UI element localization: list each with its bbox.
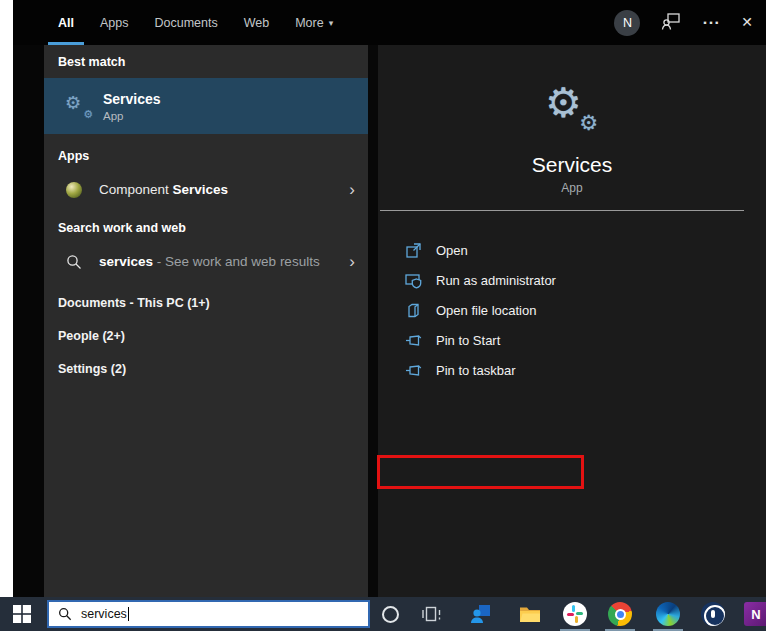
panel-divider-gap [368, 45, 378, 597]
preview-panel: ⚙ ⚙ Services App Open Run as administrat… [378, 45, 766, 597]
close-icon[interactable]: ✕ [741, 0, 753, 45]
taskbar-icon-cortana[interactable] [378, 602, 402, 626]
best-match-subtitle: App [103, 110, 161, 122]
start-button[interactable] [0, 597, 44, 631]
preview-divider [380, 210, 744, 211]
chrome-icon [608, 602, 632, 626]
result-component-services[interactable]: Component Services › [44, 173, 368, 206]
services-gears-icon-large: ⚙ ⚙ [543, 83, 601, 131]
avatar-letter: N [623, 16, 632, 30]
left-black-rail [13, 45, 44, 597]
chevron-right-icon[interactable]: › [349, 253, 355, 270]
tab-more[interactable]: More ▾ [295, 0, 333, 45]
taskbar-icon-file-explorer[interactable] [518, 602, 542, 626]
apps-section-header: Apps [44, 134, 368, 173]
search-web-label: services - See work and web results [99, 254, 320, 269]
group-settings[interactable]: Settings (2) [44, 352, 368, 385]
user-avatar[interactable]: N [614, 10, 640, 36]
open-icon [405, 242, 422, 259]
action-run-as-administrator[interactable]: Run as administrator [378, 265, 766, 295]
component-services-icon [65, 181, 83, 199]
search-web-section-header: Search work and web [44, 206, 368, 245]
best-match-header: Best match [44, 45, 368, 78]
search-top-bar: All Apps Documents Web More ▾ N ··· ✕ [13, 0, 766, 45]
action-pin-to-taskbar[interactable]: Pin to taskbar [378, 355, 766, 385]
1password-icon [701, 602, 725, 626]
tab-all-label: All [58, 16, 74, 30]
component-services-label: Component Services [99, 182, 228, 197]
run-as-admin-highlight-box [377, 455, 584, 489]
best-match-title: Services [103, 91, 161, 107]
action-open[interactable]: Open [378, 235, 766, 265]
taskbar-icon-chrome[interactable] [608, 602, 632, 626]
edge-icon [656, 602, 680, 626]
windows-search-screen: All Apps Documents Web More ▾ N ··· ✕ [0, 0, 766, 631]
text-cursor [128, 607, 129, 621]
people-icon [469, 602, 493, 626]
windows-logo-icon [13, 605, 31, 623]
slack-icon [563, 602, 587, 626]
preview-title: Services [378, 152, 766, 178]
taskbar-icon-people[interactable] [469, 602, 493, 626]
preview-actions: Open Run as administrator Open file loca… [378, 235, 766, 385]
spacer [44, 278, 368, 286]
tab-more-label: More [295, 16, 323, 30]
group-people[interactable]: People (2+) [44, 319, 368, 352]
group-documents[interactable]: Documents - This PC (1+) [44, 286, 368, 319]
taskbar-icon-onenote[interactable]: N [744, 602, 766, 626]
tab-documents-label: Documents [154, 16, 217, 30]
taskbar-icon-task-view[interactable] [419, 602, 443, 626]
taskbar-icon-slack[interactable] [563, 602, 587, 626]
action-open-file-location[interactable]: Open file location [378, 295, 766, 325]
file-location-icon [405, 302, 422, 319]
pin-icon [405, 332, 422, 349]
best-match-text: Services App [103, 91, 161, 122]
services-gears-icon: ⚙ ⚙ [65, 93, 91, 119]
header-icons: N ··· ✕ [614, 0, 753, 45]
chevron-right-icon[interactable]: › [349, 181, 355, 198]
search-icon [58, 607, 72, 621]
more-options-icon[interactable]: ··· [702, 0, 720, 45]
action-pin-to-start-label: Pin to Start [436, 333, 500, 348]
file-explorer-icon [518, 602, 542, 626]
run-as-admin-icon [405, 272, 422, 289]
cortana-icon [382, 606, 399, 623]
tab-all[interactable]: All [58, 0, 74, 45]
task-view-icon [420, 603, 442, 625]
taskbar-icon-1password[interactable] [701, 602, 725, 626]
action-open-file-location-label: Open file location [436, 303, 536, 318]
taskbar-icon-edge[interactable] [656, 602, 680, 626]
taskbar-search-input[interactable]: services [47, 600, 370, 628]
onenote-icon: N [744, 602, 766, 626]
tab-documents[interactable]: Documents [154, 0, 217, 45]
action-pin-to-start[interactable]: Pin to Start [378, 325, 766, 355]
chevron-down-icon: ▾ [329, 18, 334, 28]
action-run-as-admin-label: Run as administrator [436, 273, 556, 288]
feedback-icon[interactable] [661, 11, 681, 35]
tab-apps-label: Apps [100, 16, 129, 30]
preview-subtitle: App [378, 181, 766, 196]
search-results-panel: Best match ⚙ ⚙ Services App Apps Compone… [44, 45, 368, 597]
search-icon [65, 253, 83, 271]
tab-web[interactable]: Web [244, 0, 269, 45]
result-best-match-services[interactable]: ⚙ ⚙ Services App [44, 78, 368, 134]
tab-web-label: Web [244, 16, 269, 30]
action-pin-to-taskbar-label: Pin to taskbar [436, 363, 516, 378]
taskbar: services [0, 597, 766, 631]
tab-apps[interactable]: Apps [100, 0, 129, 45]
search-input-value: services [81, 607, 127, 621]
action-open-label: Open [436, 243, 468, 258]
result-search-web[interactable]: services - See work and web results › [44, 245, 368, 278]
pin-icon [405, 362, 422, 379]
